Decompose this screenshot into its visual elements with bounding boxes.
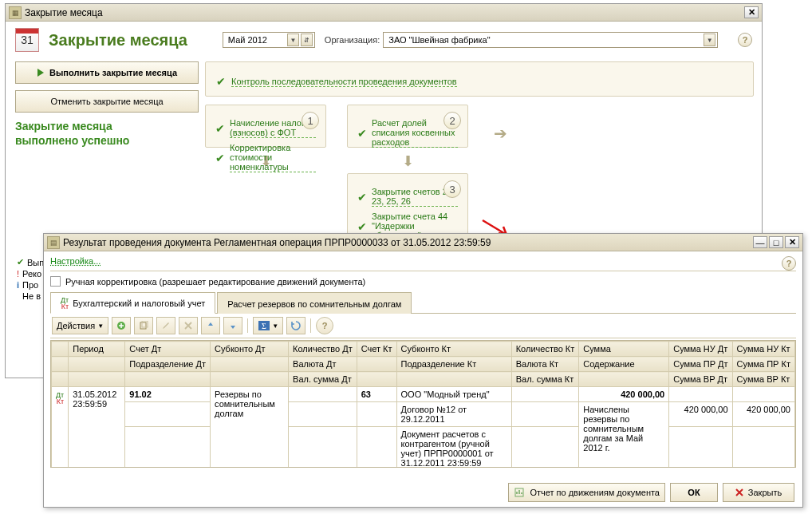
move-up-button[interactable] [201, 317, 220, 334]
manual-override-label: Ручная корректировка (разрешает редактир… [65, 277, 365, 287]
dtkt-icon: ДтКт [56, 392, 64, 405]
close-button[interactable]: ✕ [785, 236, 799, 248]
help-button[interactable]: ? [738, 33, 752, 47]
run-month-close-button[interactable]: Выполнить закрытие месяца [15, 61, 199, 84]
chevron-down-icon[interactable]: ▼ [704, 34, 715, 46]
tabs: ДтКт Бухгалтерский и налоговый учет Расч… [50, 291, 796, 314]
window-icon: ▦ [9, 6, 22, 19]
report-icon [514, 487, 525, 498]
page-title: Закрытие месяца [49, 31, 187, 49]
manual-override-checkbox[interactable] [50, 276, 61, 287]
org-combo[interactable]: ЗАО "Швейная фабрика" ▼ [383, 32, 718, 48]
month-combo[interactable]: Май 2012 ▼ ⇵ [223, 32, 315, 48]
stepper-icon[interactable]: ⇵ [301, 34, 313, 46]
arrow-right-icon: ➔ [494, 124, 507, 143]
header-row-3: Вал. сумма Дт Вал. сумма Кт Сумма ВР Дт … [52, 372, 795, 387]
grid-scroll[interactable]: Период Счет Дт Субконто Дт Количество Дт… [50, 340, 796, 468]
table-row[interactable]: ДтКт 31.05.2012 23:59:59 91.02 Резервы п… [52, 387, 795, 402]
document-icon: ▤ [47, 236, 60, 249]
check-icon: ✔ [215, 152, 225, 164]
minimize-button[interactable]: — [753, 236, 767, 248]
chevron-down-icon[interactable]: ▼ [287, 34, 299, 46]
svg-rect-2 [142, 321, 148, 327]
header-row-1: Период Счет Дт Субконто Дт Количество Дт… [52, 342, 795, 357]
header-row-2: Подразделение Дт Валюта Дт Подразделение… [52, 357, 795, 372]
window-title: Закрытие месяца [25, 7, 743, 18]
cancel-month-close-button[interactable]: Отменить закрытие месяца [15, 90, 199, 113]
org-label: Организация: [325, 35, 380, 45]
tab-reserves[interactable]: Расчет резервов по сомнительным долгам [217, 292, 412, 314]
svg-text:Σ: Σ [262, 322, 266, 330]
edit-button[interactable] [156, 317, 175, 334]
accounting-grid: Период Счет Дт Субконто Дт Количество Дт… [51, 341, 795, 468]
close-icon [735, 488, 743, 496]
step-badge: 1 [302, 112, 319, 129]
step-badge: 3 [443, 180, 461, 198]
dtkt-icon: ДтКт [61, 297, 69, 310]
help-button[interactable]: ? [782, 256, 796, 271]
check-icon: ✔ [357, 127, 367, 140]
op-link[interactable]: Корректировка стоимости номенклатуры [230, 143, 316, 172]
svg-rect-1 [140, 322, 146, 329]
actions-dropdown[interactable]: Действия ▼ [52, 317, 108, 334]
child-window-title: Результат проведения документа Регламент… [63, 237, 751, 248]
close-button[interactable]: ✕ [744, 6, 759, 18]
copy-button[interactable] [134, 317, 153, 334]
toolbar: Действия ▼ Σ▼ ? [50, 314, 796, 338]
control-sequence-link[interactable]: Контроль последовательности проведения д… [231, 77, 457, 87]
main-window-titlebar[interactable]: ▦ Закрытие месяца ✕ [6, 4, 762, 22]
table-row[interactable]: Документ расчетов с контрагентом (ручной… [52, 427, 795, 469]
arrow-down-icon: ⬇ [347, 152, 468, 170]
check-icon: ✔ [357, 191, 367, 204]
refresh-button[interactable] [286, 317, 305, 334]
check-icon: ✔ [215, 122, 225, 135]
calendar-icon: 31 [15, 28, 39, 52]
report-button[interactable]: Отчет по движениям документа [508, 483, 665, 502]
move-down-button[interactable] [223, 317, 242, 334]
check-double-icon: ✔ [215, 75, 227, 88]
play-icon [37, 69, 45, 77]
delete-button[interactable] [179, 317, 198, 334]
table-row[interactable]: Договор №12 от 29.12.2011 Начислены резе… [52, 402, 795, 427]
child-window-titlebar[interactable]: ▤ Результат проведения документа Регламе… [44, 234, 802, 251]
add-button[interactable] [112, 317, 131, 334]
settings-link[interactable]: Настройка... [50, 256, 101, 266]
close-button[interactable]: Закрыть [723, 483, 794, 502]
help-button[interactable]: ? [316, 317, 333, 334]
check-icon: ✔ [357, 220, 367, 233]
ok-button[interactable]: ОК [670, 483, 718, 502]
status-text: Закрытие месяца выполнено успешно [15, 119, 199, 148]
step-badge: 2 [443, 112, 461, 129]
maximize-button[interactable]: □ [769, 236, 783, 248]
tab-accounting[interactable]: ДтКт Бухгалтерский и налоговый учет [50, 292, 215, 314]
sum-button[interactable]: Σ▼ [253, 317, 283, 334]
